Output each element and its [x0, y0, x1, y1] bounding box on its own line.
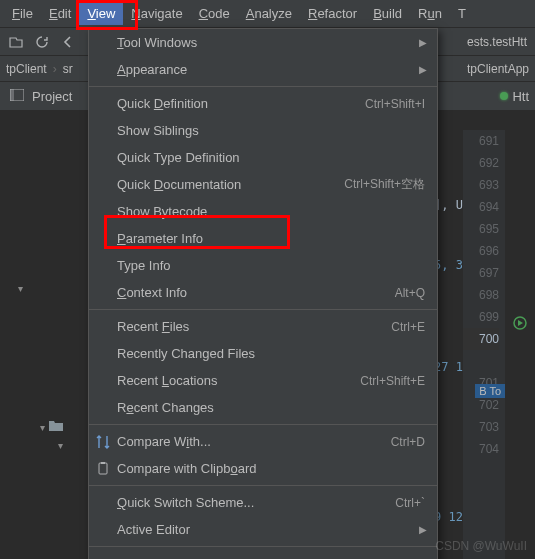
project-tree: ▾ ▾ ▾: [0, 280, 90, 460]
menu-item-recently-changed-files[interactable]: Recently Changed Files: [89, 340, 437, 367]
menu-item-label: Recent Files: [117, 319, 189, 334]
gutter-line[interactable]: 691: [463, 130, 499, 152]
menu-shortcut: Alt+Q: [395, 286, 425, 300]
refresh-icon[interactable]: [34, 34, 50, 50]
breadcrumb-item[interactable]: tpClient: [6, 62, 47, 76]
menu-item-show-bytecode[interactable]: Show Bytecode: [89, 198, 437, 225]
menubar-item-refactor[interactable]: Refactor: [300, 2, 365, 25]
code-fragment: 9 12: [434, 510, 463, 524]
menu-item-compare-with[interactable]: Compare With...Ctrl+D: [89, 428, 437, 455]
gutter-line[interactable]: 703: [463, 416, 499, 438]
tree-row[interactable]: ▾: [0, 437, 90, 454]
code-fragment: 5, 3: [434, 258, 463, 272]
menu-item-label: Type Info: [117, 258, 170, 273]
menu-item-label: Parameter Info: [117, 231, 203, 246]
menu-item-label: Quick Documentation: [117, 177, 241, 192]
menu-item-label: Recent Changes: [117, 400, 214, 415]
chevron-down-icon[interactable]: ▾: [58, 440, 63, 451]
menu-item-label: Context Info: [117, 285, 187, 300]
chevron-down-icon[interactable]: ▾: [40, 422, 45, 433]
menubar-item-analyze[interactable]: Analyze: [238, 2, 300, 25]
menu-separator: [89, 485, 437, 486]
menu-item-recent-files[interactable]: Recent FilesCtrl+E: [89, 313, 437, 340]
menu-item-label: Show Bytecode: [117, 204, 207, 219]
editor-tab-label: Htt: [512, 89, 529, 104]
toolbar-text-right: ests.testHtt: [467, 35, 527, 49]
menu-shortcut: Ctrl+Shift+空格: [344, 176, 425, 193]
menu-item-type-info[interactable]: Type Info: [89, 252, 437, 279]
breadcrumb-right: tpClientApp: [467, 62, 529, 76]
menu-item-quick-switch-scheme[interactable]: Quick Switch Scheme...Ctrl+`: [89, 489, 437, 516]
project-icon[interactable]: [10, 89, 24, 104]
gutter-line[interactable]: [463, 350, 499, 372]
code-breakpoint-token: B To: [475, 384, 505, 398]
menu-item-label: Quick Type Definition: [117, 150, 240, 165]
menu-item-recent-changes[interactable]: Recent Changes: [89, 394, 437, 421]
menu-separator: [89, 424, 437, 425]
menubar-item-build[interactable]: Build: [365, 2, 410, 25]
chevron-down-icon[interactable]: ▾: [18, 283, 23, 294]
menubar-item-run[interactable]: Run: [410, 2, 450, 25]
menu-item-quick-type-definition[interactable]: Quick Type Definition: [89, 144, 437, 171]
menu-item-quick-documentation[interactable]: Quick DocumentationCtrl+Shift+空格: [89, 171, 437, 198]
gutter-line[interactable]: 699: [463, 306, 499, 328]
menubar-item-file[interactable]: File: [4, 2, 41, 25]
gutter-line[interactable]: 704: [463, 438, 499, 460]
run-status-icon: [500, 92, 508, 100]
tree-row[interactable]: ▾: [0, 280, 90, 297]
menu-shortcut: Ctrl+Shift+E: [360, 374, 425, 388]
gutter: 6916926936946956966976986997007017027037…: [463, 130, 505, 559]
menu-item-label: Appearance: [117, 62, 187, 77]
menu-item-label: Tool Windows: [117, 35, 197, 50]
open-icon[interactable]: [8, 34, 24, 50]
menu-item-label: Recently Changed Files: [117, 346, 255, 361]
menu-item-appearance[interactable]: Appearance▶: [89, 56, 437, 83]
code-fragment: 27 1: [434, 360, 463, 374]
menu-shortcut: Ctrl+Shift+I: [365, 97, 425, 111]
menu-item-active-editor[interactable]: Active Editor▶: [89, 516, 437, 543]
menubar-item-edit[interactable]: Edit: [41, 2, 79, 25]
gutter-line[interactable]: 698: [463, 284, 499, 306]
menu-shortcut: Ctrl+E: [391, 320, 425, 334]
menu-shortcut: Ctrl+`: [395, 496, 425, 510]
gutter-line[interactable]: 697: [463, 262, 499, 284]
menu-item-show-siblings[interactable]: Show Siblings: [89, 117, 437, 144]
chevron-right-icon: ▶: [419, 37, 427, 48]
svg-rect-3: [99, 463, 107, 474]
menu-item-quick-definition[interactable]: Quick DefinitionCtrl+Shift+I: [89, 90, 437, 117]
run-gutter-icon[interactable]: [513, 316, 529, 332]
gutter-line[interactable]: 700: [463, 328, 499, 350]
menu-item-label: Compare with Clipboard: [117, 461, 256, 476]
menubar: FileEditViewNavigateCodeAnalyzeRefactorB…: [0, 0, 535, 28]
menubar-item-t[interactable]: T: [450, 2, 474, 25]
tree-row[interactable]: ▾: [0, 417, 90, 437]
watermark: CSDN @WuWuII: [435, 539, 527, 553]
back-icon[interactable]: [60, 34, 76, 50]
editor-tab[interactable]: Htt: [494, 82, 535, 110]
compare-icon: [95, 434, 111, 450]
menubar-item-view[interactable]: View: [79, 2, 123, 25]
project-label[interactable]: Project: [32, 89, 72, 104]
gutter-line[interactable]: 693: [463, 174, 499, 196]
menubar-item-navigate[interactable]: Navigate: [123, 2, 190, 25]
chevron-right-icon: ›: [53, 62, 57, 76]
menu-item-recent-locations[interactable]: Recent LocationsCtrl+Shift+E: [89, 367, 437, 394]
menu-item-label: Active Editor: [117, 522, 190, 537]
menu-item-tool-windows[interactable]: Tool Windows▶: [89, 29, 437, 56]
gutter-line[interactable]: 692: [463, 152, 499, 174]
breadcrumb-item[interactable]: sr: [63, 62, 73, 76]
menu-item-bidi-text-base-direction[interactable]: Bidi Text Base Direction▶: [89, 550, 437, 559]
menu-item-context-info[interactable]: Context InfoAlt+Q: [89, 279, 437, 306]
menu-separator: [89, 309, 437, 310]
gutter-line[interactable]: 694: [463, 196, 499, 218]
menu-item-parameter-info[interactable]: Parameter Info: [89, 225, 437, 252]
menu-item-label: Recent Locations: [117, 373, 217, 388]
menubar-item-code[interactable]: Code: [191, 2, 238, 25]
folder-icon: [49, 420, 63, 434]
gutter-line[interactable]: 695: [463, 218, 499, 240]
menu-item-label: Compare With...: [117, 434, 211, 449]
chevron-right-icon: ▶: [419, 524, 427, 535]
menu-item-compare-with-clipboard[interactable]: Compare with Clipboard: [89, 455, 437, 482]
gutter-line[interactable]: 696: [463, 240, 499, 262]
menu-separator: [89, 546, 437, 547]
